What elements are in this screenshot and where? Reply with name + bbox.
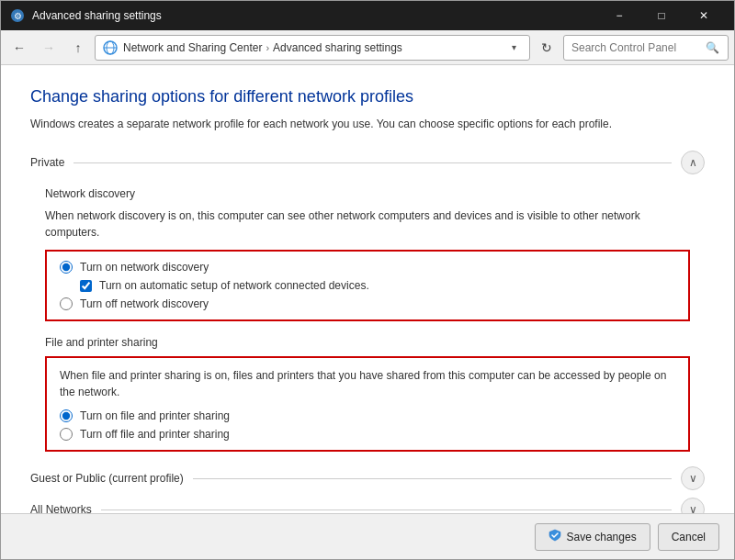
network-discovery-options: Turn on network discovery Turn on automa… <box>45 250 690 321</box>
title-bar: ⚙ Advanced sharing settings − □ ✕ <box>1 1 734 30</box>
window-title: Advanced sharing settings <box>32 9 598 22</box>
breadcrumb: Network and Sharing Center › Advanced sh… <box>123 41 500 54</box>
window: ⚙ Advanced sharing settings − □ ✕ ← → ↑ … <box>0 0 735 560</box>
nd-on-radio[interactable] <box>60 261 73 274</box>
address-dropdown-button[interactable]: ▾ <box>505 39 522 56</box>
file-printer-options: When file and printer sharing is on, fil… <box>45 356 690 452</box>
address-bar: Network and Sharing Center › Advanced sh… <box>95 35 530 61</box>
page-description: Windows creates a separate network profi… <box>30 116 705 132</box>
subsection-network-discovery-desc: When network discovery is on, this compu… <box>45 207 690 241</box>
nd-auto-label: Turn on automatic setup of network conne… <box>99 279 369 292</box>
maximize-button[interactable]: □ <box>640 1 683 30</box>
breadcrumb-separator: › <box>266 42 269 53</box>
section-line <box>74 162 672 163</box>
minimize-button[interactable]: − <box>598 1 640 30</box>
nd-on-option: Turn on network discovery <box>60 261 675 274</box>
subsection-file-printer-title: File and printer sharing <box>45 336 705 349</box>
svg-text:⚙: ⚙ <box>14 11 22 21</box>
search-input[interactable] <box>571 41 700 54</box>
fp-off-radio[interactable] <box>60 428 73 441</box>
nd-off-option: Turn off network discovery <box>60 297 675 310</box>
fp-on-label: Turn on file and printer sharing <box>80 409 230 422</box>
nd-auto-option: Turn on automatic setup of network conne… <box>80 279 675 292</box>
globe-icon <box>103 40 118 55</box>
fp-on-radio[interactable] <box>60 409 73 422</box>
section-all-networks-header: All Networks ∨ <box>30 498 705 513</box>
save-button[interactable]: Save changes <box>535 523 650 551</box>
section-private-toggle[interactable]: ∧ <box>681 151 705 174</box>
breadcrumb-root[interactable]: Network and Sharing Center <box>123 41 262 54</box>
section-all-networks-toggle[interactable]: ∨ <box>681 498 705 513</box>
section-private-header: Private ∧ <box>30 151 705 174</box>
shield-icon <box>548 529 561 544</box>
forward-button[interactable]: → <box>36 35 62 61</box>
refresh-button[interactable]: ↻ <box>534 35 560 61</box>
nd-off-radio[interactable] <box>60 297 73 310</box>
section-guest-public-title: Guest or Public (current profile) <box>30 472 184 485</box>
cancel-button[interactable]: Cancel <box>658 523 719 551</box>
section-guest-public-toggle[interactable]: ∨ <box>681 466 705 490</box>
section-line-2 <box>193 478 672 479</box>
nd-on-label: Turn on network discovery <box>80 261 209 274</box>
search-box: 🔍 <box>563 35 729 61</box>
close-button[interactable]: ✕ <box>683 1 725 30</box>
subsection-network-discovery-title: Network discovery <box>45 187 705 200</box>
back-button[interactable]: ← <box>6 35 32 61</box>
section-line-3 <box>101 510 672 510</box>
subsection-file-printer-desc: When file and printer sharing is on, fil… <box>60 367 675 400</box>
nd-auto-checkbox[interactable] <box>80 280 92 292</box>
fp-off-label: Turn off file and printer sharing <box>80 428 230 441</box>
breadcrumb-current: Advanced sharing settings <box>273 41 402 54</box>
nd-off-label: Turn off network discovery <box>80 297 209 310</box>
up-button[interactable]: ↑ <box>65 35 91 61</box>
page-title: Change sharing options for different net… <box>30 87 705 106</box>
window-controls: − □ ✕ <box>598 1 725 30</box>
fp-off-option: Turn off file and printer sharing <box>60 428 675 441</box>
content-area: Change sharing options for different net… <box>1 65 734 513</box>
section-private-title: Private <box>30 156 64 169</box>
section-guest-public-header: Guest or Public (current profile) ∨ <box>30 466 705 490</box>
search-icon: 🔍 <box>706 41 719 54</box>
window-icon: ⚙ <box>10 8 25 23</box>
bottom-bar: Save changes Cancel <box>1 513 734 559</box>
section-all-networks-title: All Networks <box>30 503 92 513</box>
save-label: Save changes <box>567 531 637 543</box>
fp-on-option: Turn on file and printer sharing <box>60 409 675 422</box>
nav-bar: ← → ↑ Network and Sharing Center › Advan… <box>1 30 734 65</box>
